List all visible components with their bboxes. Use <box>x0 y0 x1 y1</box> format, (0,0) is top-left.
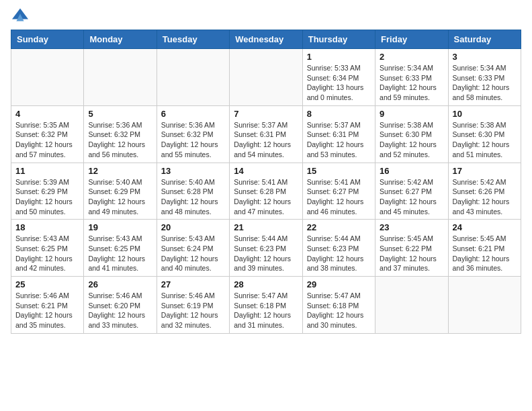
day-number: 27 <box>161 279 225 289</box>
calendar-header-row: SundayMondayTuesdayWednesdayThursdayFrid… <box>11 30 521 49</box>
day-detail: Sunrise: 5:42 AMSunset: 6:26 PMDaylight:… <box>453 177 517 217</box>
day-detail: Sunrise: 5:47 AMSunset: 6:18 PMDaylight:… <box>234 291 298 330</box>
day-number: 22 <box>307 222 371 232</box>
calendar-cell: 4Sunrise: 5:35 AMSunset: 6:32 PMDaylight… <box>11 105 84 163</box>
day-detail: Sunrise: 5:46 AMSunset: 6:20 PMDaylight:… <box>88 291 152 330</box>
day-number: 28 <box>234 279 298 289</box>
calendar-cell: 9Sunrise: 5:38 AMSunset: 6:30 PMDaylight… <box>375 105 448 163</box>
day-number: 10 <box>453 109 517 119</box>
day-detail: Sunrise: 5:45 AMSunset: 6:21 PMDaylight:… <box>453 234 517 273</box>
day-number: 18 <box>15 222 79 232</box>
day-detail: Sunrise: 5:41 AMSunset: 6:28 PMDaylight:… <box>234 177 298 217</box>
calendar-cell: 7Sunrise: 5:37 AMSunset: 6:31 PMDaylight… <box>230 105 302 163</box>
calendar-cell: 8Sunrise: 5:37 AMSunset: 6:31 PMDaylight… <box>302 105 375 163</box>
calendar-col-header-tuesday: Tuesday <box>157 30 229 49</box>
calendar-cell: 20Sunrise: 5:43 AMSunset: 6:24 PMDayligh… <box>157 220 229 277</box>
calendar-week-row: 1Sunrise: 5:33 AMSunset: 6:34 PMDaylight… <box>11 49 521 106</box>
calendar-cell <box>157 49 229 106</box>
day-detail: Sunrise: 5:41 AMSunset: 6:27 PMDaylight:… <box>307 177 371 217</box>
day-number: 12 <box>88 166 152 176</box>
day-number: 20 <box>161 222 225 232</box>
calendar-cell: 5Sunrise: 5:36 AMSunset: 6:32 PMDaylight… <box>84 105 157 163</box>
calendar-cell: 22Sunrise: 5:44 AMSunset: 6:23 PMDayligh… <box>302 220 375 277</box>
day-number: 11 <box>15 166 79 176</box>
day-number: 25 <box>15 279 79 289</box>
calendar-col-header-thursday: Thursday <box>302 30 375 49</box>
calendar-cell: 2Sunrise: 5:34 AMSunset: 6:33 PMDaylight… <box>375 49 448 106</box>
calendar-cell: 16Sunrise: 5:42 AMSunset: 6:27 PMDayligh… <box>375 163 448 220</box>
calendar-cell: 1Sunrise: 5:33 AMSunset: 6:34 PMDaylight… <box>302 49 375 106</box>
calendar-cell: 23Sunrise: 5:45 AMSunset: 6:22 PMDayligh… <box>375 220 448 277</box>
day-number: 7 <box>234 109 298 119</box>
calendar-week-row: 25Sunrise: 5:46 AMSunset: 6:21 PMDayligh… <box>11 277 521 334</box>
day-number: 16 <box>380 166 443 176</box>
day-number: 29 <box>307 279 371 289</box>
calendar-col-header-saturday: Saturday <box>448 30 521 49</box>
calendar-table: SundayMondayTuesdayWednesdayThursdayFrid… <box>11 30 521 334</box>
calendar-cell <box>448 277 521 334</box>
day-number: 15 <box>307 166 371 176</box>
day-detail: Sunrise: 5:39 AMSunset: 6:29 PMDaylight:… <box>15 177 79 217</box>
day-number: 19 <box>88 222 152 232</box>
calendar-cell: 21Sunrise: 5:44 AMSunset: 6:23 PMDayligh… <box>230 220 302 277</box>
day-number: 5 <box>88 109 152 119</box>
day-detail: Sunrise: 5:33 AMSunset: 6:34 PMDaylight:… <box>307 63 371 103</box>
calendar-cell <box>375 277 448 334</box>
day-detail: Sunrise: 5:38 AMSunset: 6:30 PMDaylight:… <box>380 120 443 160</box>
logo <box>11 11 28 21</box>
day-detail: Sunrise: 5:44 AMSunset: 6:23 PMDaylight:… <box>307 234 371 273</box>
day-number: 13 <box>161 166 225 176</box>
calendar-cell: 27Sunrise: 5:46 AMSunset: 6:19 PMDayligh… <box>157 277 229 334</box>
day-detail: Sunrise: 5:34 AMSunset: 6:33 PMDaylight:… <box>453 63 517 103</box>
day-detail: Sunrise: 5:38 AMSunset: 6:30 PMDaylight:… <box>453 120 517 160</box>
calendar-week-row: 4Sunrise: 5:35 AMSunset: 6:32 PMDaylight… <box>11 105 521 163</box>
day-detail: Sunrise: 5:44 AMSunset: 6:23 PMDaylight:… <box>234 234 298 273</box>
calendar-cell <box>84 49 157 106</box>
calendar-cell: 26Sunrise: 5:46 AMSunset: 6:20 PMDayligh… <box>84 277 157 334</box>
day-detail: Sunrise: 5:43 AMSunset: 6:25 PMDaylight:… <box>15 234 79 273</box>
day-number: 17 <box>453 166 517 176</box>
day-detail: Sunrise: 5:36 AMSunset: 6:32 PMDaylight:… <box>88 120 152 160</box>
day-number: 23 <box>380 222 443 232</box>
day-number: 4 <box>15 109 79 119</box>
calendar-cell: 14Sunrise: 5:41 AMSunset: 6:28 PMDayligh… <box>230 163 302 220</box>
day-detail: Sunrise: 5:36 AMSunset: 6:32 PMDaylight:… <box>161 120 225 160</box>
page-header <box>11 11 521 21</box>
calendar-col-header-sunday: Sunday <box>11 30 84 49</box>
day-number: 9 <box>380 109 443 119</box>
calendar-cell: 12Sunrise: 5:40 AMSunset: 6:29 PMDayligh… <box>84 163 157 220</box>
day-detail: Sunrise: 5:46 AMSunset: 6:19 PMDaylight:… <box>161 291 225 330</box>
day-detail: Sunrise: 5:37 AMSunset: 6:31 PMDaylight:… <box>307 120 371 160</box>
calendar-col-header-monday: Monday <box>84 30 157 49</box>
calendar-cell <box>11 49 84 106</box>
day-number: 14 <box>234 166 298 176</box>
calendar-cell: 10Sunrise: 5:38 AMSunset: 6:30 PMDayligh… <box>448 105 521 163</box>
calendar-week-row: 18Sunrise: 5:43 AMSunset: 6:25 PMDayligh… <box>11 220 521 277</box>
calendar-cell: 13Sunrise: 5:40 AMSunset: 6:28 PMDayligh… <box>157 163 229 220</box>
day-detail: Sunrise: 5:34 AMSunset: 6:33 PMDaylight:… <box>380 63 443 103</box>
calendar-cell: 18Sunrise: 5:43 AMSunset: 6:25 PMDayligh… <box>11 220 84 277</box>
calendar-cell: 6Sunrise: 5:36 AMSunset: 6:32 PMDaylight… <box>157 105 229 163</box>
calendar-week-row: 11Sunrise: 5:39 AMSunset: 6:29 PMDayligh… <box>11 163 521 220</box>
day-detail: Sunrise: 5:37 AMSunset: 6:31 PMDaylight:… <box>234 120 298 160</box>
day-detail: Sunrise: 5:47 AMSunset: 6:18 PMDaylight:… <box>307 291 371 330</box>
day-number: 8 <box>307 109 371 119</box>
day-detail: Sunrise: 5:40 AMSunset: 6:29 PMDaylight:… <box>88 177 152 217</box>
day-detail: Sunrise: 5:46 AMSunset: 6:21 PMDaylight:… <box>15 291 79 330</box>
calendar-cell: 28Sunrise: 5:47 AMSunset: 6:18 PMDayligh… <box>230 277 302 334</box>
calendar-cell: 24Sunrise: 5:45 AMSunset: 6:21 PMDayligh… <box>448 220 521 277</box>
day-number: 21 <box>234 222 298 232</box>
calendar-cell <box>230 49 302 106</box>
calendar-col-header-wednesday: Wednesday <box>230 30 302 49</box>
logo-icon <box>12 8 28 21</box>
day-detail: Sunrise: 5:43 AMSunset: 6:24 PMDaylight:… <box>161 234 225 273</box>
day-detail: Sunrise: 5:43 AMSunset: 6:25 PMDaylight:… <box>88 234 152 273</box>
day-number: 3 <box>453 52 517 62</box>
calendar-col-header-friday: Friday <box>375 30 448 49</box>
day-detail: Sunrise: 5:42 AMSunset: 6:27 PMDaylight:… <box>380 177 443 217</box>
calendar-cell: 17Sunrise: 5:42 AMSunset: 6:26 PMDayligh… <box>448 163 521 220</box>
calendar-cell: 11Sunrise: 5:39 AMSunset: 6:29 PMDayligh… <box>11 163 84 220</box>
day-detail: Sunrise: 5:35 AMSunset: 6:32 PMDaylight:… <box>15 120 79 160</box>
day-number: 26 <box>88 279 152 289</box>
day-number: 6 <box>161 109 225 119</box>
